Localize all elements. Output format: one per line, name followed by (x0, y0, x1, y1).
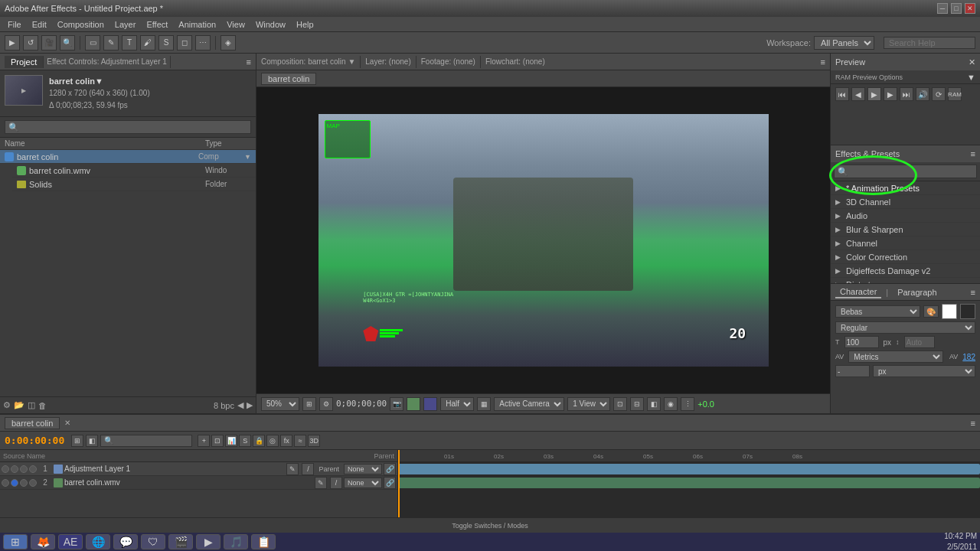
tl-graph-btn[interactable]: 📊 (225, 435, 237, 447)
taskbar-cinema[interactable]: 🎬 (168, 534, 193, 549)
tl-solo-btn[interactable]: S (239, 435, 251, 447)
effects-menu-btn[interactable]: ≡ (971, 149, 975, 158)
menu-layer[interactable]: Layer (110, 19, 141, 30)
tl-motion-btn[interactable]: ≈ (294, 435, 306, 447)
camera-select[interactable]: Active Camera (494, 397, 564, 411)
tool-rotation[interactable]: ↺ (23, 35, 38, 51)
toggle-btn1[interactable]: ⊡ (613, 397, 627, 411)
menu-help[interactable]: Help (292, 19, 318, 30)
tab-paragraph[interactable]: Paragraph (893, 287, 941, 298)
layer-mode-btn[interactable]: / (302, 463, 314, 475)
unit-input[interactable] (835, 365, 870, 377)
panel-menu-btn[interactable]: ≡ (821, 57, 825, 67)
tab-close[interactable]: ✕ (64, 419, 70, 427)
playhead[interactable] (398, 450, 400, 517)
font-family-select[interactable]: Bebas (835, 305, 920, 318)
color-swatch-black[interactable] (960, 304, 975, 319)
expand-btn[interactable]: ▶ (247, 400, 253, 410)
prev-fwd-btn[interactable]: ▶ (884, 87, 897, 101)
toggle-btn2[interactable]: ⊟ (630, 397, 644, 411)
effects-item-distort[interactable]: ▶ Distort (831, 278, 980, 283)
taskbar-shield[interactable]: 🛡 (141, 534, 165, 549)
menu-composition[interactable]: Composition (53, 19, 109, 30)
prev-back-btn[interactable]: ◀ (851, 87, 865, 101)
effects-item-color-correction[interactable]: ▶ Color Correction (831, 250, 980, 264)
menu-animation[interactable]: Animation (174, 19, 220, 30)
font-style-icon[interactable]: 🎨 (923, 305, 939, 318)
effects-item-audio[interactable]: ▶ Audio (831, 209, 980, 223)
audio-toggle[interactable] (11, 479, 18, 487)
taskbar-skype[interactable]: 💬 (113, 534, 138, 549)
tl-effects-btn[interactable]: fx (280, 435, 292, 447)
tracking-value[interactable]: 182 (962, 353, 975, 361)
prev-ram-btn[interactable]: RAM (948, 87, 962, 101)
menu-file[interactable]: File (3, 19, 26, 30)
taskbar-ie[interactable]: 🌐 (86, 534, 110, 549)
zoom-select[interactable]: 50% (261, 397, 299, 411)
char-panel-menu[interactable]: ≡ (971, 288, 975, 297)
panel-menu-icon[interactable]: ≡ (247, 57, 251, 67)
layer-mode-btn2[interactable]: / (330, 477, 342, 489)
import-btn[interactable]: 📂 (14, 400, 24, 410)
effects-item-channel[interactable]: ▶ Channel (831, 236, 980, 250)
tl-blend-btn[interactable]: ◎ (266, 435, 279, 447)
maximize-btn[interactable]: □ (951, 3, 962, 14)
menu-window[interactable]: Window (251, 19, 290, 30)
tab-project[interactable]: Project (5, 56, 44, 68)
vis-toggle[interactable] (2, 479, 9, 487)
tool-text[interactable]: T (122, 35, 137, 51)
toggle-btn5[interactable]: ⋮ (681, 397, 694, 411)
parent-select-2[interactable]: None (344, 478, 382, 488)
parent-link-btn[interactable]: 🔗 (384, 463, 396, 475)
timeline-tab-barret[interactable]: barret colin (5, 417, 60, 429)
tool-extra[interactable]: ◈ (220, 35, 236, 51)
tracking-type-select[interactable]: Metrics (848, 350, 943, 363)
taskbar-itunes[interactable]: 🎵 (224, 534, 248, 549)
tl-lock-btn[interactable]: 🔒 (253, 435, 265, 447)
parent-link-btn2[interactable]: 🔗 (384, 477, 396, 489)
timeline-menu[interactable]: ≡ (971, 419, 975, 428)
toggle-btn4[interactable]: ◉ (664, 397, 678, 411)
minimize-btn[interactable]: ─ (937, 3, 948, 14)
tool-eraser[interactable]: ◻ (177, 35, 192, 51)
new-comp-btn[interactable]: ◫ (28, 400, 35, 410)
effects-search-input[interactable] (834, 165, 977, 178)
effects-item-animation-presets[interactable]: ▶ * Animation Presets (831, 181, 980, 195)
comp-settings-btn[interactable]: ⚙ (319, 397, 333, 411)
tab-character[interactable]: Character (835, 286, 881, 298)
menu-view[interactable]: View (222, 19, 250, 30)
solo-toggle[interactable] (20, 479, 28, 487)
tool-select[interactable]: ▶ (5, 35, 20, 51)
views-select[interactable]: 1 View (567, 397, 610, 411)
workspace-select[interactable]: All Panels (814, 36, 874, 50)
delete-btn[interactable]: 🗑 (38, 401, 47, 410)
menu-edit[interactable]: Edit (28, 19, 51, 30)
tl-btn1[interactable]: ⊞ (71, 435, 83, 447)
tool-rect[interactable]: ▭ (85, 35, 100, 51)
triangle-btn[interactable]: ◀ (237, 400, 243, 410)
new-item-btn[interactable]: ⚙ (3, 400, 11, 410)
prev-loop-btn[interactable]: ⟳ (932, 87, 946, 101)
fit-btn[interactable]: ⊞ (302, 397, 316, 411)
tl-3d-btn[interactable]: 3D (308, 435, 320, 447)
tool-pen[interactable]: ✎ (103, 35, 119, 51)
project-search-input[interactable] (5, 120, 251, 134)
camera-btn[interactable]: 📷 (390, 397, 403, 411)
menu-effect[interactable]: Effect (142, 19, 172, 30)
tl-mode-btn[interactable]: ⊡ (211, 435, 224, 447)
tool-puppet[interactable]: ⋯ (195, 35, 211, 51)
resolution-select[interactable]: Half (440, 397, 474, 411)
toggle-btn3[interactable]: ◧ (647, 397, 661, 411)
font-size-input[interactable] (844, 336, 879, 348)
search-help-input[interactable] (884, 37, 975, 49)
layer-pen-btn2[interactable]: ✎ (315, 477, 327, 489)
tool-zoom[interactable]: 🔍 (60, 35, 75, 51)
prev-audio-btn[interactable]: 🔊 (916, 87, 929, 101)
prev-play-btn[interactable]: ▶ (867, 87, 881, 101)
timeline-search-input[interactable] (100, 435, 192, 447)
color-btn2[interactable] (423, 397, 437, 411)
tool-brush[interactable]: 🖌 (140, 35, 155, 51)
tab-effect-controls[interactable]: Effect Controls: Adjustment Layer 1 (44, 56, 171, 68)
list-item[interactable]: barret colin.wmv Windo (12, 164, 256, 178)
tool-clone[interactable]: S (158, 35, 174, 51)
